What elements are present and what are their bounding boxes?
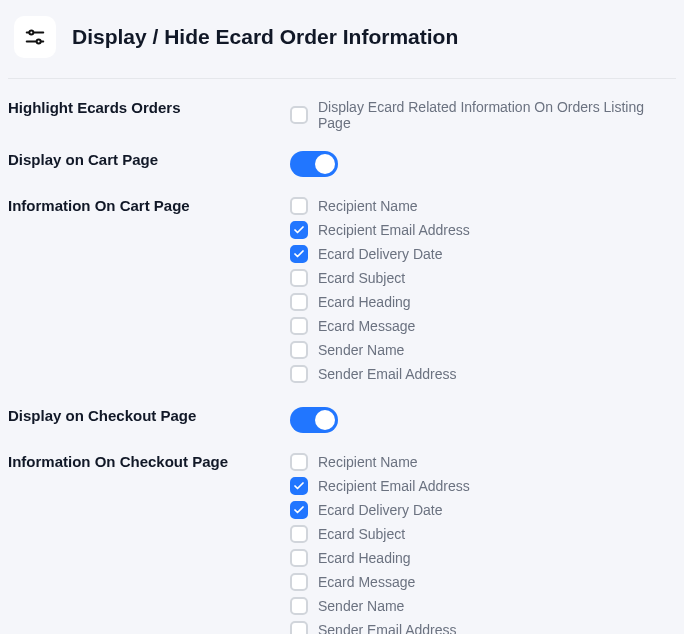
options-info-checkout: Recipient NameRecipient Email AddressEca… [290,453,676,634]
checkbox-option: Ecard Delivery Date [290,245,676,263]
options-info-cart: Recipient NameRecipient Email AddressEca… [290,197,676,383]
checkbox-label-highlight: Display Ecard Related Information On Ord… [318,99,676,131]
checkbox-option: Sender Email Address [290,365,676,383]
checkbox[interactable] [290,221,308,239]
checkbox-option: Sender Email Address [290,621,676,634]
checkbox-label: Ecard Message [318,574,415,590]
label-display-cart: Display on Cart Page [8,151,290,168]
checkbox-label: Ecard Subject [318,526,405,542]
checkbox-option: Recipient Email Address [290,221,676,239]
checkbox-highlight-display[interactable] [290,106,308,124]
toggle-display-checkout[interactable] [290,407,338,433]
checkbox-label: Ecard Message [318,318,415,334]
checkbox-label: Recipient Name [318,198,418,214]
checkbox-option: Sender Name [290,597,676,615]
checkbox-label: Recipient Email Address [318,478,470,494]
checkbox-label: Recipient Email Address [318,222,470,238]
svg-point-3 [37,40,41,44]
toggle-display-cart[interactable] [290,151,338,177]
checkbox-option: Ecard Heading [290,549,676,567]
checkbox[interactable] [290,269,308,287]
checkbox[interactable] [290,621,308,634]
checkbox-label: Sender Email Address [318,622,457,634]
sliders-icon [24,26,46,48]
checkbox-option: Ecard Heading [290,293,676,311]
checkbox[interactable] [290,597,308,615]
checkbox-option: Ecard Subject [290,525,676,543]
checkbox-option: Ecard Message [290,573,676,591]
checkbox-option: Ecard Message [290,317,676,335]
label-display-checkout: Display on Checkout Page [8,407,290,424]
checkbox-label: Ecard Heading [318,550,411,566]
checkbox-option: Recipient Name [290,197,676,215]
checkbox-label: Ecard Heading [318,294,411,310]
checkbox[interactable] [290,501,308,519]
row-highlight: Highlight Ecards Orders Display Ecard Re… [8,99,676,131]
checkbox-label: Ecard Delivery Date [318,502,443,518]
checkbox[interactable] [290,549,308,567]
row-display-cart: Display on Cart Page [8,151,676,177]
checkbox-label: Recipient Name [318,454,418,470]
checkbox-label: Ecard Delivery Date [318,246,443,262]
checkbox-option: Ecard Delivery Date [290,501,676,519]
svg-point-1 [29,30,33,34]
checkbox-label: Ecard Subject [318,270,405,286]
checkbox-label: Sender Name [318,342,404,358]
checkbox[interactable] [290,477,308,495]
row-display-checkout: Display on Checkout Page [8,407,676,433]
checkbox[interactable] [290,317,308,335]
section-title: Display / Hide Ecard Order Information [72,25,458,49]
checkbox-option: Sender Name [290,341,676,359]
checkbox[interactable] [290,197,308,215]
label-info-checkout: Information On Checkout Page [8,453,290,470]
label-info-cart: Information On Cart Page [8,197,290,214]
checkbox[interactable] [290,573,308,591]
settings-icon-box [14,16,56,58]
section-header: Display / Hide Ecard Order Information [8,16,676,79]
checkbox-label: Sender Name [318,598,404,614]
row-info-checkout: Information On Checkout Page Recipient N… [8,453,676,634]
checkbox[interactable] [290,365,308,383]
row-info-cart: Information On Cart Page Recipient NameR… [8,197,676,383]
checkbox-option: Ecard Subject [290,269,676,287]
checkbox-label: Sender Email Address [318,366,457,382]
checkbox-option: Recipient Name [290,453,676,471]
checkbox[interactable] [290,341,308,359]
checkbox-option: Recipient Email Address [290,477,676,495]
checkbox[interactable] [290,293,308,311]
checkbox[interactable] [290,525,308,543]
checkbox[interactable] [290,245,308,263]
checkbox[interactable] [290,453,308,471]
option-highlight-display: Display Ecard Related Information On Ord… [290,99,676,131]
label-highlight: Highlight Ecards Orders [8,99,290,116]
